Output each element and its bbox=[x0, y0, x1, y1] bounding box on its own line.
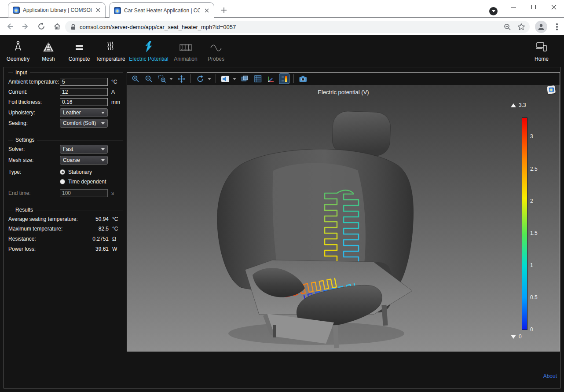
foil-thickness-row: Foil thickness: mm bbox=[8, 98, 125, 106]
field-label: Solver: bbox=[8, 146, 60, 152]
legend-tick-label: 1 bbox=[530, 262, 533, 268]
field-label: Seating: bbox=[8, 120, 60, 126]
result-unit: W bbox=[112, 246, 125, 252]
current-row: Current: A bbox=[8, 88, 125, 96]
heat-waves-icon bbox=[105, 40, 116, 53]
maximize-button[interactable] bbox=[524, 0, 544, 14]
forward-button[interactable] bbox=[19, 20, 32, 33]
bookmark-star-icon[interactable] bbox=[517, 23, 525, 31]
chevron-down-icon bbox=[101, 148, 105, 150]
radio-time-dependent[interactable]: Time dependent bbox=[60, 179, 106, 185]
legend-min: 0 bbox=[511, 333, 522, 340]
dropdown-value: Comfort (Soft) bbox=[63, 120, 101, 126]
radio-label: Stationary bbox=[68, 169, 92, 175]
result-label: Power loss: bbox=[8, 246, 83, 252]
field-unit: °C bbox=[111, 79, 117, 85]
car-seat-model bbox=[127, 85, 560, 351]
sidebar: Input Ambient temperature: °C Current: A… bbox=[4, 67, 127, 388]
zoom-out-button[interactable] bbox=[144, 74, 154, 84]
window-controls bbox=[503, 0, 564, 18]
zoom-extents-button[interactable] bbox=[176, 74, 186, 84]
tab-close-icon[interactable] bbox=[203, 7, 210, 14]
mesh-size-dropdown[interactable]: Coarse bbox=[60, 156, 108, 165]
chevron-down-icon[interactable] bbox=[233, 78, 236, 80]
dropdown-value: Leather bbox=[63, 110, 101, 116]
plot-canvas[interactable]: Electric potential (V) bbox=[127, 85, 560, 351]
upholstery-dropdown[interactable]: Leather bbox=[60, 108, 108, 117]
section-title: Results bbox=[15, 207, 33, 213]
compute-equals-icon bbox=[73, 40, 85, 53]
axis-triad-button[interactable] bbox=[266, 74, 276, 84]
ambient-temperature-input[interactable] bbox=[60, 78, 108, 86]
ribbon-label: Probes bbox=[208, 56, 224, 62]
seating-dropdown[interactable]: Comfort (Soft) bbox=[60, 119, 108, 128]
chevron-down-icon[interactable] bbox=[208, 78, 211, 80]
legend-max-value: 3.3 bbox=[519, 102, 526, 108]
close-button[interactable] bbox=[544, 0, 564, 14]
result-label: Resistance: bbox=[8, 236, 83, 242]
address-bar[interactable]: comsol.com/server-demo/app/car_seat_heat… bbox=[65, 21, 530, 33]
dots-icon bbox=[556, 23, 557, 25]
section-title: Settings bbox=[15, 137, 34, 143]
field-label: Foil thickness: bbox=[8, 99, 60, 105]
result-unit: Ω bbox=[112, 236, 125, 242]
scene-light-button[interactable] bbox=[220, 74, 230, 84]
foil-thickness-input[interactable] bbox=[60, 98, 108, 106]
chevron-down-icon bbox=[492, 10, 495, 12]
current-input[interactable] bbox=[60, 88, 108, 96]
dropdown-value: Coarse bbox=[63, 157, 101, 163]
legend-tick-label: 0 bbox=[530, 326, 533, 333]
ribbon-probes-button[interactable]: Probes bbox=[192, 40, 240, 62]
browser-menu-button[interactable] bbox=[552, 22, 562, 32]
radio-label: Time dependent bbox=[68, 179, 106, 185]
tab-application-library[interactable]: Application Library | COMSOL Se bbox=[8, 2, 106, 18]
ribbon-label: Mesh bbox=[42, 56, 55, 62]
lock-icon bbox=[70, 24, 76, 30]
solver-row: Solver: Fast bbox=[8, 145, 125, 154]
back-button[interactable] bbox=[4, 20, 16, 33]
chevron-down-icon bbox=[101, 122, 105, 125]
comsol-favicon bbox=[13, 7, 20, 14]
color-legend-button[interactable] bbox=[279, 74, 289, 84]
browser-home-button[interactable] bbox=[51, 20, 63, 33]
field-unit: mm bbox=[111, 99, 120, 105]
ribbon-label: Home bbox=[535, 56, 549, 62]
radio-stationary[interactable]: Stationary bbox=[60, 169, 92, 175]
profile-avatar[interactable] bbox=[535, 21, 547, 33]
toolbar-separator bbox=[216, 74, 216, 83]
reload-button[interactable] bbox=[35, 20, 48, 33]
zoom-box-button[interactable] bbox=[157, 74, 167, 84]
ribbon-home-button[interactable]: Home bbox=[517, 40, 564, 62]
tab-search-button[interactable] bbox=[489, 7, 498, 15]
about-link[interactable]: About bbox=[543, 373, 557, 379]
devices-home-icon bbox=[535, 40, 548, 53]
grid-button[interactable] bbox=[253, 74, 263, 84]
browser-window: Application Library | COMSOL Se Car Seat… bbox=[0, 0, 564, 392]
snapshot-button[interactable] bbox=[298, 74, 308, 84]
reset-view-button[interactable] bbox=[195, 74, 205, 84]
result-label: Maximum temperature: bbox=[8, 226, 83, 232]
mesh-size-row: Mesh size: Coarse bbox=[8, 156, 125, 165]
power-loss-row: Power loss: 39.61 W bbox=[8, 245, 125, 253]
solver-dropdown[interactable]: Fast bbox=[60, 145, 108, 154]
triangle-down-icon bbox=[511, 335, 516, 339]
field-label: End time: bbox=[8, 190, 60, 196]
new-tab-button[interactable] bbox=[219, 5, 229, 15]
type-row-2: Time dependent bbox=[8, 177, 125, 186]
chevron-down-icon[interactable] bbox=[169, 78, 173, 80]
zoom-in-button[interactable] bbox=[131, 74, 140, 84]
tab-close-icon[interactable] bbox=[95, 7, 102, 14]
input-section-header: Input bbox=[8, 70, 123, 76]
tab-car-seat-heater[interactable]: Car Seat Heater Application | CO bbox=[109, 2, 214, 18]
chevron-down-icon bbox=[101, 112, 105, 114]
geometry-compass-icon bbox=[12, 40, 24, 53]
legend-tick-label: 0.5 bbox=[530, 294, 538, 300]
zoom-level-icon[interactable] bbox=[504, 23, 511, 31]
result-value: 82.5 bbox=[83, 226, 109, 232]
legend-tick-label: 3 bbox=[530, 133, 533, 139]
ribbon-label: Temperature bbox=[95, 56, 125, 62]
legend-tick-label: 2 bbox=[530, 198, 533, 204]
transparency-button[interactable] bbox=[240, 74, 249, 84]
minimize-button[interactable] bbox=[503, 0, 524, 14]
max-temperature-row: Maximum temperature: 82.5 °C bbox=[8, 224, 125, 233]
